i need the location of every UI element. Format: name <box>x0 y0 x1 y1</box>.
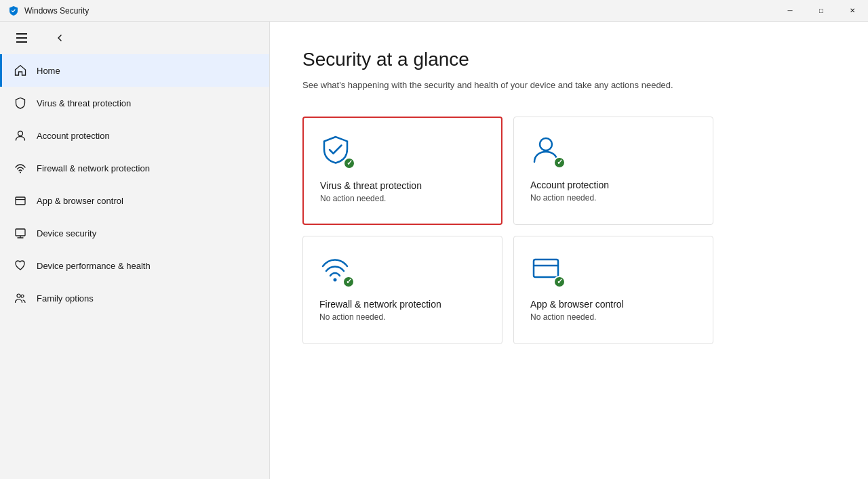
sidebar-item-device-health[interactable]: Device performance & health <box>0 249 269 282</box>
family-nav-icon <box>14 291 27 305</box>
sidebar: Home Virus & threat protection Account p… <box>0 22 270 479</box>
svg-rect-4 <box>16 229 25 236</box>
sidebar-item-virus-label: Virus & threat protection <box>37 98 131 108</box>
sidebar-item-home-label: Home <box>37 66 60 76</box>
firewall-card-badge: ✓ <box>342 276 355 288</box>
shield-nav-icon <box>14 96 27 110</box>
page-subtitle: See what's happening with the security a… <box>302 79 709 92</box>
firewall-card-title: Firewall & network protection <box>319 299 486 310</box>
virus-card-icon-wrap: ✓ <box>320 134 355 169</box>
browser-card-status: No action needed. <box>530 312 696 322</box>
account-card[interactable]: ✓ Account protection No action needed. <box>513 117 713 225</box>
account-card-icon-wrap: ✓ <box>530 133 566 169</box>
hamburger-line-1 <box>16 33 27 35</box>
svg-rect-11 <box>534 259 558 277</box>
virus-card-title: Virus & threat protection <box>320 180 485 191</box>
hamburger-line-2 <box>16 37 27 39</box>
svg-point-10 <box>334 278 337 281</box>
sidebar-item-account[interactable]: Account protection <box>0 119 269 152</box>
app-icon <box>8 5 19 16</box>
sidebar-item-family[interactable]: Family options <box>0 282 269 314</box>
account-card-title: Account protection <box>530 180 696 190</box>
person-nav-icon <box>14 129 27 142</box>
svg-point-7 <box>17 294 20 297</box>
firewall-card-icon-wrap: ✓ <box>319 253 355 288</box>
virus-card[interactable]: ✓ Virus & threat protection No action ne… <box>302 117 502 225</box>
hamburger-button[interactable] <box>8 24 35 51</box>
home-icon <box>14 64 27 77</box>
minimize-button[interactable]: ─ <box>774 0 806 22</box>
title-text: Windows Security <box>24 6 89 16</box>
account-card-status: No action needed. <box>530 193 696 203</box>
back-icon <box>56 34 64 42</box>
svg-point-9 <box>540 138 552 150</box>
maximize-button[interactable]: □ <box>806 0 837 22</box>
sidebar-item-device-security-label: Device security <box>37 228 96 238</box>
window-controls: ─ □ ✕ <box>774 0 868 22</box>
browser-nav-icon <box>14 194 27 207</box>
device-nav-icon <box>14 226 27 240</box>
sidebar-item-browser[interactable]: App & browser control <box>0 184 269 217</box>
virus-card-status: No action needed. <box>320 194 485 203</box>
browser-card[interactable]: ✓ App & browser control No action needed… <box>513 236 713 344</box>
svg-point-1 <box>20 172 21 173</box>
sidebar-item-firewall-label: Firewall & network protection <box>37 163 150 173</box>
browser-card-title: App & browser control <box>530 299 696 310</box>
firewall-card[interactable]: ✓ Firewall & network protection No actio… <box>302 236 502 344</box>
heart-nav-icon <box>14 259 27 272</box>
wifi-nav-icon <box>14 161 27 175</box>
svg-point-8 <box>21 295 24 297</box>
sidebar-item-device-security[interactable]: Device security <box>0 217 269 249</box>
hamburger-line-3 <box>16 41 27 43</box>
browser-card-icon-wrap: ✓ <box>530 253 566 288</box>
page-title: Security at a glance <box>302 49 835 70</box>
close-button[interactable]: ✕ <box>837 0 868 22</box>
sidebar-header <box>0 22 269 54</box>
svg-point-0 <box>18 131 23 136</box>
sidebar-item-browser-label: App & browser control <box>37 196 123 206</box>
main-content: Security at a glance See what's happenin… <box>270 22 868 479</box>
firewall-card-status: No action needed. <box>319 312 486 322</box>
svg-rect-2 <box>16 197 25 205</box>
title-bar: Windows Security ─ □ ✕ <box>0 0 868 22</box>
sidebar-item-virus[interactable]: Virus & threat protection <box>0 87 269 119</box>
sidebar-item-home[interactable]: Home <box>0 54 269 87</box>
cards-grid: ✓ Virus & threat protection No action ne… <box>302 117 835 344</box>
browser-card-badge: ✓ <box>553 276 566 288</box>
sidebar-item-family-label: Family options <box>37 293 94 304</box>
virus-card-badge: ✓ <box>343 157 355 169</box>
sidebar-item-account-label: Account protection <box>37 131 110 141</box>
sidebar-item-device-health-label: Device performance & health <box>37 261 151 271</box>
sidebar-item-firewall[interactable]: Firewall & network protection <box>0 152 269 184</box>
account-card-badge: ✓ <box>553 157 566 169</box>
back-button[interactable] <box>46 24 73 51</box>
